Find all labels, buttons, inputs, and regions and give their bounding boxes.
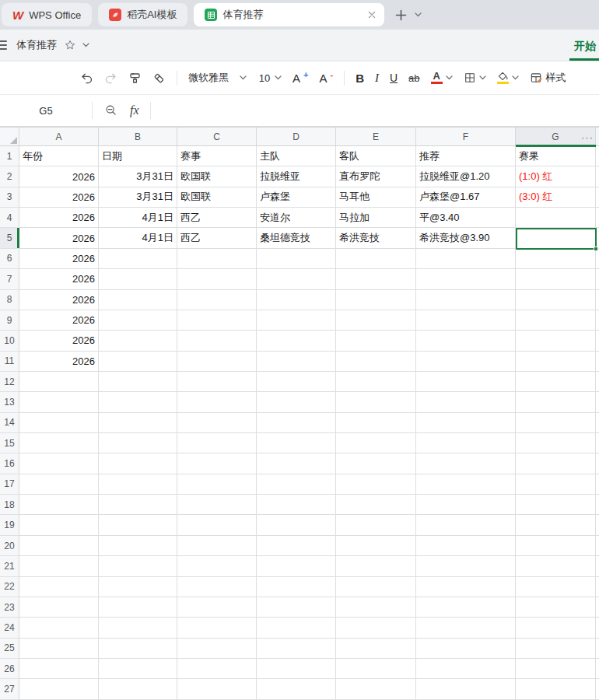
select-all-corner[interactable] [0,128,19,145]
cell-A15[interactable] [19,433,99,453]
font-size-select[interactable]: 10 [257,72,282,84]
cell-E15[interactable] [336,433,416,453]
cell-D23[interactable] [257,597,336,618]
cell-C7[interactable] [177,269,257,289]
cell-G22[interactable] [516,577,596,597]
cell-F23[interactable] [416,597,516,618]
cell-F25[interactable] [416,639,516,659]
cell-E11[interactable] [336,352,416,372]
cell-G1[interactable]: 赛果 [516,146,596,166]
cell-A22[interactable] [19,577,99,597]
cell-E7[interactable] [336,269,416,289]
row-header-3[interactable]: 3 [0,187,19,208]
cell-C9[interactable] [177,310,257,331]
cell-E2[interactable]: 直布罗陀 [336,166,416,187]
cell-G17[interactable] [516,474,596,495]
cell-E22[interactable] [336,577,416,597]
cell-D7[interactable] [257,269,336,289]
cell-A5[interactable]: 2026 [19,228,99,248]
cell-F14[interactable] [416,413,516,433]
row-header-9[interactable]: 9 [0,310,19,331]
cell-F4[interactable]: 平@3.40 [416,208,516,228]
format-painter-button[interactable] [128,72,142,85]
cell-B15[interactable] [99,433,177,453]
row-header-12[interactable]: 12 [0,372,19,392]
cell-E23[interactable] [336,597,416,618]
cell-F1[interactable]: 推荐 [416,146,516,166]
cell-C16[interactable] [177,453,257,474]
cell-F9[interactable] [416,310,516,331]
cell-G16[interactable] [516,453,596,474]
cell-B2[interactable]: 3月31日 [99,166,177,187]
cell-A17[interactable] [19,474,99,495]
close-tab-icon[interactable] [367,10,377,19]
cell-B4[interactable]: 4月1日 [99,208,177,228]
cell-G21[interactable] [516,556,596,576]
cell-C24[interactable] [177,618,257,638]
row-header-15[interactable]: 15 [0,433,19,453]
cell-C19[interactable] [177,515,257,535]
cell-D18[interactable] [257,495,336,515]
cell-A4[interactable]: 2026 [19,208,99,228]
cell-E20[interactable] [336,536,416,556]
cell-D25[interactable] [257,639,336,659]
row-header-1[interactable]: 1 [0,146,19,166]
cell-G11[interactable] [516,352,596,372]
row-header-17[interactable]: 17 [0,474,19,495]
cell-G14[interactable] [516,413,596,433]
borders-button[interactable] [464,72,486,84]
cell-E25[interactable] [336,639,416,659]
cell-A1[interactable]: 年份 [19,146,99,166]
column-header-E[interactable]: E [336,128,416,145]
row-header-8[interactable]: 8 [0,290,19,310]
cell-C15[interactable] [177,433,257,453]
cell-A24[interactable] [19,618,99,638]
tab-list-chevron-icon[interactable] [415,12,422,17]
cell-F21[interactable] [416,556,516,576]
formula-input[interactable] [151,95,599,126]
cell-D5[interactable]: 桑坦德竞技 [257,228,336,248]
cell-name-box[interactable]: G5 [0,105,92,117]
cell-D21[interactable] [257,556,336,576]
row-header-14[interactable]: 14 [0,413,19,433]
cell-C10[interactable] [177,331,257,351]
cell-F15[interactable] [416,433,516,453]
column-header-D[interactable]: D [257,128,336,145]
title-chevron-icon[interactable] [82,43,89,47]
cell-E17[interactable] [336,474,416,495]
cell-F2[interactable]: 拉脱维亚@1.20 [416,166,516,187]
row-header-13[interactable]: 13 [0,392,19,412]
row-header-19[interactable]: 19 [0,515,19,535]
cell-A21[interactable] [19,556,99,576]
eraser-button[interactable] [152,72,166,85]
cell-D24[interactable] [257,618,336,638]
cell-C21[interactable] [177,556,257,576]
cell-A13[interactable] [19,392,99,412]
cell-E26[interactable] [336,659,416,679]
tab-document-active[interactable]: 体育推荐 [194,3,384,26]
cell-E6[interactable] [336,249,416,269]
cell-G27[interactable] [516,679,596,699]
cell-D2[interactable]: 拉脱维亚 [257,166,336,187]
cell-F20[interactable] [416,536,516,556]
cell-G13[interactable] [516,392,596,412]
cell-B1[interactable]: 日期 [99,146,177,166]
italic-button[interactable]: I [375,72,379,85]
cell-C23[interactable] [177,597,257,618]
cell-B22[interactable] [99,577,177,597]
cell-D16[interactable] [257,453,336,474]
cell-D9[interactable] [257,310,336,331]
cell-C18[interactable] [177,495,257,515]
cell-B18[interactable] [99,495,177,515]
row-header-22[interactable]: 22 [0,577,19,597]
font-color-button[interactable]: A [431,72,453,84]
cell-F13[interactable] [416,392,516,412]
cell-D11[interactable] [257,352,336,372]
cell-C11[interactable] [177,352,257,372]
cell-C6[interactable] [177,249,257,269]
cell-D4[interactable]: 安道尔 [257,208,336,228]
cell-A6[interactable]: 2026 [19,249,99,269]
cell-F16[interactable] [416,453,516,474]
column-header-C[interactable]: C [177,128,257,145]
increase-font-button[interactable]: A + [292,72,308,85]
